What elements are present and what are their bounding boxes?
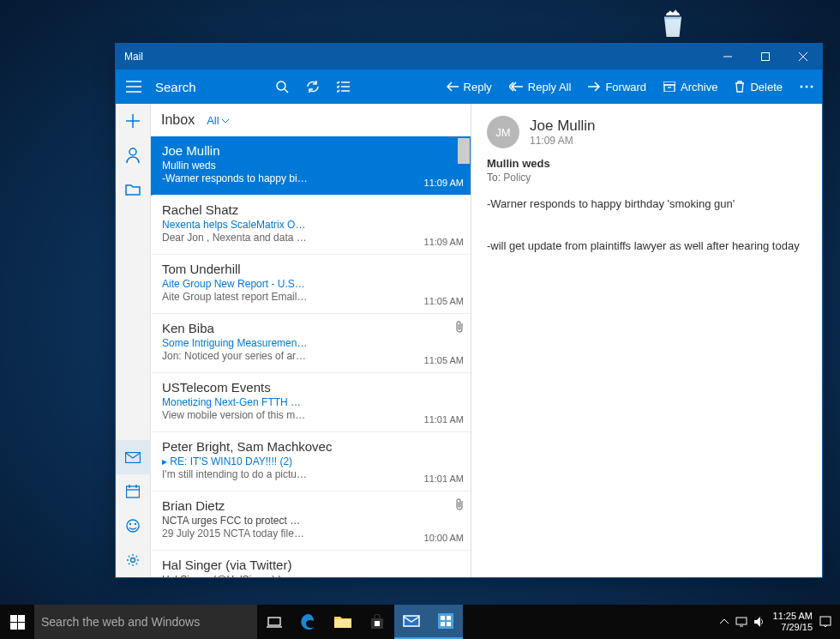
mail-window: Mail Search Reply Reply All Forward Arch… — [115, 43, 823, 578]
svg-line-8 — [285, 89, 288, 93]
svg-point-17 — [811, 86, 813, 88]
network-icon[interactable] — [735, 617, 747, 627]
attachment-icon — [455, 498, 464, 514]
taskbar: Search the web and Windows 11:25 AM 7/29… — [0, 605, 840, 639]
app-taskbar-button[interactable] — [429, 605, 463, 639]
mail-nav-button[interactable] — [116, 440, 151, 474]
svg-rect-41 — [447, 622, 451, 626]
reply-all-button[interactable]: Reply All — [501, 69, 580, 104]
message-item[interactable]: Rachel ShatzNexenta helps ScaleMatrix Ou… — [151, 196, 471, 255]
notifications-icon[interactable] — [819, 616, 831, 628]
folder-name: Inbox — [161, 112, 195, 128]
search-input[interactable]: Search — [152, 80, 267, 94]
svg-point-15 — [801, 86, 803, 88]
sync-icon[interactable] — [297, 69, 328, 104]
reading-pane: JM Joe Mullin 11:09 AM Mullin weds To: P… — [471, 104, 822, 577]
search-icon[interactable] — [267, 69, 297, 104]
store-button[interactable] — [360, 605, 394, 639]
svg-point-26 — [127, 520, 139, 532]
message-time: 11:01 AM — [424, 414, 464, 425]
message-time: 11:09 AM — [424, 178, 464, 188]
svg-rect-31 — [18, 615, 25, 622]
reply-button[interactable]: Reply — [438, 69, 501, 104]
message-list: Inbox All Joe MullinMullin weds-Warner r… — [151, 104, 471, 577]
message-sender: USTelecom Events — [162, 380, 462, 395]
message-item[interactable]: Joe MullinMullin weds-Warner responds to… — [151, 136, 471, 196]
message-subject: ▸ RE: IT'S WIN10 DAY!!!! (2) — [162, 455, 308, 467]
forward-button[interactable]: Forward — [579, 69, 655, 104]
message-time: 11:09 AM — [424, 237, 464, 247]
reading-sender: Joe Mullin — [530, 118, 596, 135]
reply-label: Reply — [464, 81, 492, 93]
message-item[interactable]: Hal Singer (via Twitter)Hal Singer (@Hal… — [151, 551, 471, 577]
message-preview: Aite Group latest report Email not disp — [162, 291, 308, 303]
message-subject: Nexenta helps ScaleMatrix Out-Perform — [162, 219, 308, 231]
start-button[interactable] — [0, 605, 34, 639]
message-sender: Ken Biba — [162, 321, 462, 335]
settings-nav-button[interactable] — [116, 543, 151, 577]
folders-button[interactable] — [116, 172, 151, 207]
calendar-nav-button[interactable] — [116, 474, 151, 509]
tray-chevron-icon[interactable] — [720, 618, 729, 626]
message-item[interactable]: Ken BibaSome Intriguing Measurement Data… — [151, 314, 471, 373]
window-title: Mail — [124, 51, 143, 63]
accounts-button[interactable] — [116, 138, 151, 172]
message-subject: Aite Group New Report - U.S. Health B — [162, 278, 308, 290]
svg-rect-38 — [441, 616, 445, 620]
minimize-button[interactable] — [709, 44, 747, 69]
message-item[interactable]: USTelecom EventsMonetizing Next-Gen FTTH… — [151, 373, 471, 432]
message-sender: Brian Dietz — [162, 498, 462, 513]
message-item[interactable]: Brian DietzNCTA urges FCC to protect Wi-… — [151, 491, 471, 551]
reading-time: 11:09 AM — [530, 135, 596, 147]
svg-rect-42 — [736, 618, 747, 624]
message-preview: 29 July 2015 NCTA today filed the atta — [162, 527, 308, 540]
message-item[interactable]: Peter Bright, Sam Machkovec▸ RE: IT'S WI… — [151, 432, 471, 491]
close-button[interactable] — [784, 44, 822, 69]
message-subject: Monetizing Next-Gen FTTH Connection — [162, 396, 308, 408]
svg-rect-36 — [404, 616, 419, 626]
archive-button[interactable]: Archive — [655, 69, 726, 104]
feedback-nav-button[interactable] — [116, 509, 151, 543]
reading-subject: Mullin weds — [487, 157, 807, 170]
mail-taskbar-button[interactable] — [394, 605, 429, 639]
maximize-button[interactable] — [747, 44, 784, 69]
hamburger-menu-button[interactable] — [116, 69, 152, 104]
svg-rect-34 — [268, 618, 280, 625]
message-preview: View mobile version of this message | I — [162, 409, 308, 421]
message-item[interactable]: Tom UnderhillAite Group New Report - U.S… — [151, 255, 471, 314]
svg-point-29 — [131, 558, 135, 563]
svg-rect-44 — [820, 617, 831, 625]
file-explorer-button[interactable] — [326, 605, 360, 639]
message-subject: Hal Singer (@HalSinger) has sent you a — [162, 574, 308, 577]
svg-rect-22 — [127, 486, 140, 497]
svg-rect-1 — [762, 53, 770, 61]
attachment-icon — [455, 321, 464, 336]
svg-point-20 — [129, 148, 136, 155]
svg-point-7 — [277, 81, 285, 90]
edge-button[interactable] — [291, 605, 326, 639]
svg-rect-33 — [18, 623, 25, 630]
volume-icon[interactable] — [754, 616, 763, 628]
scrollbar-thumb[interactable] — [458, 138, 470, 164]
message-preview: I'm still intending to do a picture-heav… — [162, 468, 308, 480]
message-preview: -Warner responds to happy birthday 's — [162, 172, 308, 184]
taskbar-search[interactable]: Search the web and Windows — [34, 605, 257, 639]
message-time: 11:05 AM — [424, 296, 464, 306]
message-sender: Tom Underhill — [162, 262, 462, 276]
svg-point-27 — [130, 524, 131, 525]
system-tray[interactable]: 11:25 AM 7/29/15 — [717, 605, 840, 639]
selection-mode-icon[interactable] — [328, 69, 359, 104]
svg-rect-39 — [447, 616, 451, 620]
delete-button[interactable]: Delete — [726, 69, 791, 104]
reading-body: -Warner responds to happy birthday 'smok… — [487, 194, 807, 257]
task-view-button[interactable] — [257, 605, 291, 639]
svg-rect-32 — [10, 623, 17, 630]
message-sender: Hal Singer (via Twitter) — [162, 558, 462, 572]
reading-to: To: Policy — [487, 172, 807, 184]
message-sender: Peter Bright, Sam Machkovec — [162, 439, 462, 454]
filter-dropdown[interactable]: All — [207, 114, 229, 127]
more-icon[interactable] — [791, 69, 822, 104]
new-mail-button[interactable] — [116, 104, 151, 138]
forward-label: Forward — [605, 81, 646, 93]
message-preview: Jon: Noticed your series of articles on … — [162, 350, 308, 362]
